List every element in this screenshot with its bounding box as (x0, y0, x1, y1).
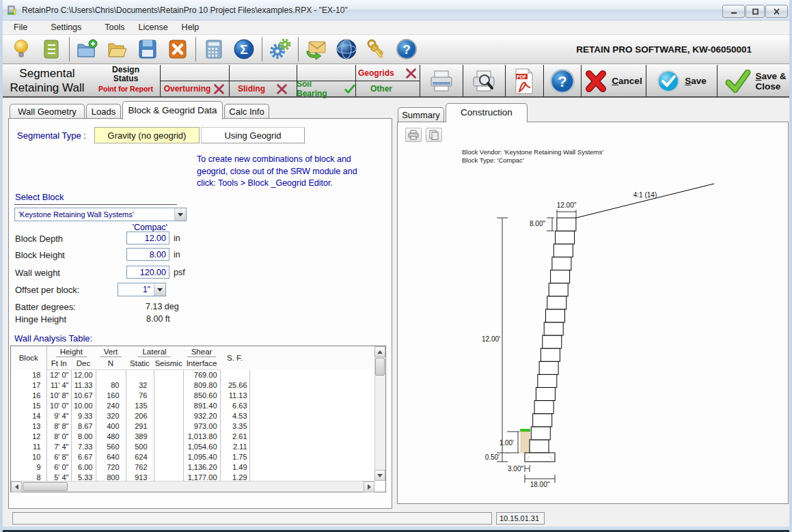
block-depth-input[interactable] (126, 232, 169, 244)
menu-settings[interactable]: Settings (44, 21, 88, 33)
table-row[interactable]: 1510' 0"10.00240135891.406.63 (11, 400, 374, 410)
print-button[interactable] (420, 66, 463, 96)
chevron-down-icon[interactable] (154, 283, 165, 296)
open-project-icon[interactable] (106, 38, 129, 61)
offset-value: 1" (118, 285, 154, 294)
tab-wall-geometry[interactable]: Wall Geometry (10, 104, 85, 119)
wall-block (534, 401, 554, 414)
table-cell: 17 (11, 380, 46, 390)
hinge-height-label: Hinge Height (15, 314, 66, 324)
table-cell: 8' 0" (46, 431, 71, 441)
horizontal-scroll-thumb[interactable] (23, 482, 68, 491)
license-keys-icon[interactable] (365, 38, 388, 61)
pdf-icon: PDF (514, 68, 534, 94)
block-height-input[interactable] (126, 248, 169, 261)
table-cell: 6' 0" (46, 462, 71, 472)
tab-block-geogrid-data[interactable]: Block & Geogrid Data (122, 101, 223, 120)
table-cell: 7' 4" (46, 441, 71, 451)
cancel-x-icon (584, 70, 607, 92)
block-height-label: Block Height (15, 250, 65, 260)
menu-license[interactable]: License (132, 21, 175, 33)
wall-weight-input[interactable] (126, 266, 169, 279)
svg-text:?: ? (402, 42, 411, 57)
status-other: Other (355, 81, 420, 96)
idea-bulb-icon[interactable] (10, 38, 33, 61)
notes-list-icon[interactable] (40, 38, 63, 61)
settings-gears-icon[interactable] (269, 38, 292, 61)
scroll-left-button[interactable] (11, 481, 22, 492)
menu-tools[interactable]: Tools (98, 21, 131, 33)
block-vendor-select[interactable]: 'Keystone Retaining Wall Systems' (14, 208, 187, 221)
col-height-group: Height (46, 346, 96, 358)
cancel-label: Cancel (612, 76, 642, 86)
col-dec: Dec (71, 358, 96, 369)
tab-summary[interactable]: Summary (398, 107, 444, 122)
table-cell: 135 (126, 400, 154, 410)
menu-file[interactable]: File (7, 21, 34, 33)
svg-text:PDF: PDF (517, 74, 527, 79)
table-cell: 15 (11, 400, 46, 410)
construction-drawing: 4:1 (14) 12.00" 8.00" 12.00' 1.00' (398, 122, 788, 503)
fail-x-icon (213, 84, 225, 94)
print-preview-button[interactable] (463, 66, 505, 96)
table-cell-filler (249, 431, 374, 441)
close-button[interactable] (765, 5, 788, 18)
chevron-down-icon[interactable] (174, 208, 186, 221)
vertical-scrollbar[interactable] (374, 346, 385, 481)
table-row[interactable]: 117' 4"7.335605001,054.602.11 (11, 441, 374, 451)
web-globe-icon[interactable] (335, 38, 358, 61)
save-file-icon[interactable] (136, 38, 159, 61)
summation-icon[interactable]: Σ (232, 38, 256, 61)
tab-construction[interactable]: Construction (446, 103, 528, 122)
table-cell (154, 431, 183, 441)
table-cell: 291 (126, 421, 154, 431)
table-row[interactable]: 1610' 8"10.6716076850.6011.13 (11, 390, 374, 400)
toolbar-separator (298, 37, 299, 61)
scroll-right-button[interactable] (364, 481, 374, 492)
menu-help[interactable]: Help (175, 21, 206, 33)
minimize-button[interactable] (722, 5, 745, 18)
table-row[interactable]: 106' 8"6.676406241,095.401.75 (11, 451, 374, 462)
send-email-icon[interactable] (305, 38, 328, 61)
gravity-type-button[interactable]: Gravity (no geogrid) (94, 127, 200, 143)
table-cell-filler (249, 441, 374, 451)
table-row[interactable]: 1812' 0"12.00769.00 (11, 369, 374, 380)
table-row[interactable]: 1711' 4"11.338032809.8025.66 (11, 380, 374, 390)
wall-block (547, 296, 566, 309)
table-row[interactable]: 96' 0"6.007207621,136.201.49 (11, 462, 374, 472)
tab-loads[interactable]: Loads (86, 104, 121, 119)
pass-check-icon (344, 84, 355, 94)
table-cell: 1,054.60 (183, 441, 220, 451)
new-project-icon[interactable] (76, 38, 99, 61)
table-cell: 25.66 (220, 380, 249, 390)
save-close-button[interactable]: Save & Close (717, 66, 792, 96)
table-cell: 500 (126, 441, 154, 451)
wall-analysis-table-title: Wall Analysis Table: (14, 333, 92, 344)
table-cell: 8.67 (71, 421, 96, 431)
wall-block (544, 322, 563, 335)
wall-analysis-table: Block Height Vert Lateral Shear S. F. Ft… (10, 346, 386, 492)
table-cell: 1.49 (220, 462, 249, 472)
help-icon[interactable]: ? (395, 38, 418, 61)
table-row[interactable]: 149' 4"9.33320206932.204.53 (11, 410, 374, 421)
scroll-up-button[interactable] (374, 346, 385, 357)
scroll-down-button[interactable] (374, 470, 385, 481)
offset-per-block-select[interactable]: 1" (118, 283, 166, 296)
cancel-button[interactable]: Cancel (581, 66, 646, 96)
tab-calc-info[interactable]: Calc Info (224, 104, 269, 119)
using-geogrid-button[interactable]: Using Geogrid (201, 127, 305, 143)
vertical-scroll-thumb[interactable] (375, 358, 385, 376)
close-file-icon[interactable] (166, 38, 189, 61)
table-cell: 10 (11, 451, 46, 462)
calculator-icon[interactable] (202, 38, 226, 61)
table-row[interactable]: 128' 0"8.004803891,013.802.61 (11, 431, 374, 441)
maximize-button[interactable] (746, 5, 765, 18)
help-button[interactable]: ? (543, 66, 581, 96)
table-row[interactable]: 138' 8"8.67400291973.003.35 (11, 421, 374, 431)
table-cell: 240 (96, 400, 126, 410)
offset-per-block-label: Offset per block: (15, 285, 79, 295)
toolbar-separator (195, 37, 196, 61)
pdf-button[interactable]: PDF (505, 66, 543, 96)
save-button[interactable]: Save (646, 66, 717, 96)
horizontal-scrollbar[interactable] (11, 481, 374, 492)
